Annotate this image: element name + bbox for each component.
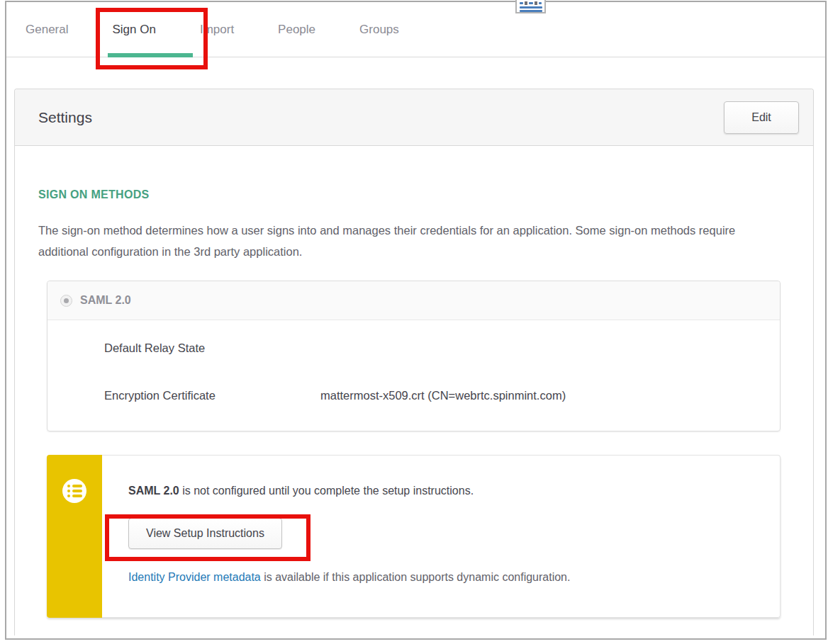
sign-on-methods-description: The sign-on method determines how a user…: [38, 220, 784, 262]
identity-provider-metadata-link[interactable]: Identity Provider metadata: [128, 571, 261, 583]
saml-method-fields: Default Relay State Encryption Certifica…: [47, 320, 780, 431]
sign-on-methods-heading: SIGN ON METHODS: [38, 188, 790, 201]
notice-accent-strip: [47, 455, 102, 618]
field-row-default-relay-state: Default Relay State: [104, 341, 780, 355]
radio-icon[interactable]: [60, 295, 72, 307]
document-icon-line: [520, 10, 542, 12]
list-icon: [62, 479, 86, 503]
active-tab-indicator: [108, 53, 193, 57]
tab-sign-on[interactable]: Sign On: [112, 23, 155, 37]
radio-dot: [64, 298, 69, 303]
document-icon-square: [525, 1, 527, 5]
tab-general[interactable]: General: [26, 23, 68, 37]
settings-panel: Settings Edit SIGN ON METHODS The sign-o…: [14, 89, 814, 635]
document-icon-dash: [520, 2, 523, 4]
tab-groups[interactable]: Groups: [359, 23, 399, 37]
saml-method-card: SAML 2.0 Default Relay State Encryption …: [47, 281, 781, 431]
settings-panel-header: Settings Edit: [15, 89, 813, 146]
document-icon-dash: [529, 2, 533, 4]
setup-notice: SAML 2.0 is not configured until you com…: [47, 455, 781, 618]
field-value: mattermost-x509.crt (CN=webrtc.spinmint.…: [320, 389, 566, 402]
field-row-encryption-certificate: Encryption Certificate mattermost-x509.c…: [104, 389, 780, 402]
notice-message: SAML 2.0 is not configured until you com…: [128, 484, 759, 498]
field-label: Encryption Certificate: [104, 389, 320, 402]
document-icon: [515, 0, 546, 13]
tab-people[interactable]: People: [278, 23, 315, 37]
metadata-message: Identity Provider metadata is available …: [128, 570, 759, 584]
document-icon-line: [520, 6, 542, 9]
page-title: Settings: [38, 109, 724, 126]
metadata-message-text: is available if this application support…: [261, 571, 571, 583]
field-label: Default Relay State: [104, 341, 320, 355]
tab-import[interactable]: Import: [200, 23, 234, 37]
app-tab-bar: General Sign On Import People Groups: [26, 23, 399, 37]
saml-method-header: SAML 2.0: [47, 281, 780, 320]
view-setup-instructions-button[interactable]: View Setup Instructions: [128, 518, 282, 549]
document-icon-square: [535, 1, 537, 5]
edit-button[interactable]: Edit: [724, 101, 799, 134]
document-icon-dash: [539, 2, 542, 4]
notice-content: SAML 2.0 is not configured until you com…: [102, 455, 781, 618]
saml-method-label: SAML 2.0: [80, 294, 131, 307]
settings-panel-body: SIGN ON METHODS The sign-on method deter…: [15, 146, 813, 618]
notice-message-bold: SAML 2.0: [128, 485, 179, 497]
notice-message-text: is not configured until you complete the…: [179, 485, 474, 497]
